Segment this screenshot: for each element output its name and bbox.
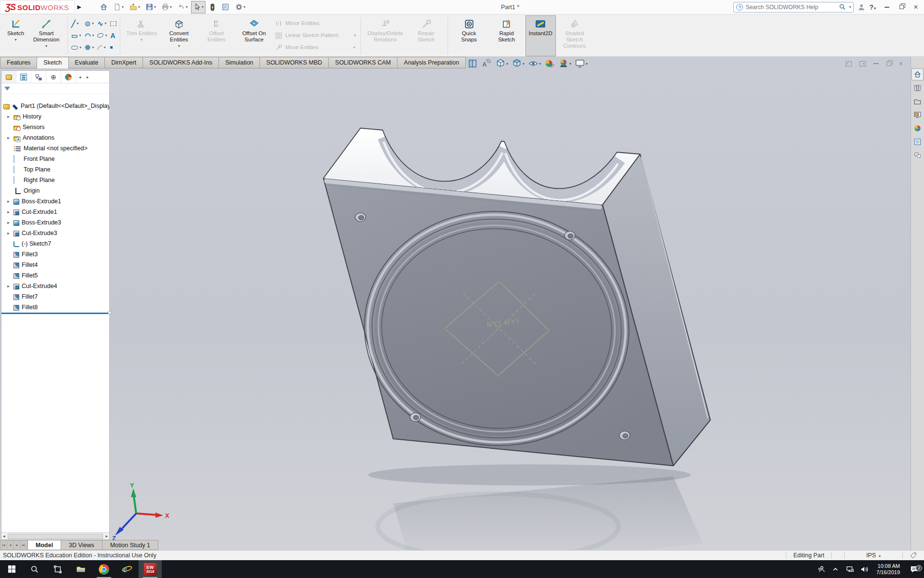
- design-library-button[interactable]: [911, 82, 924, 94]
- tree-item-fillet8[interactable]: Fillet8: [1, 302, 109, 313]
- section-view-button[interactable]: [466, 58, 479, 69]
- tab-addins[interactable]: SOLIDWORKS Add-Ins: [142, 57, 219, 68]
- rollback-bar[interactable]: [1, 313, 109, 314]
- restore-document-icon[interactable]: [886, 62, 891, 66]
- sketch-button[interactable]: Sketch ▾: [4, 15, 27, 56]
- help-search-box[interactable]: ? ▾: [733, 2, 854, 13]
- expand-arrow-icon[interactable]: ▸: [6, 284, 11, 289]
- display-manager-tab[interactable]: [61, 71, 76, 83]
- view-orientation-button[interactable]: ▾: [494, 58, 509, 69]
- convert-entities-button[interactable]: Convert Entities ▾: [160, 15, 198, 56]
- forum-button[interactable]: [911, 149, 924, 161]
- tree-horizontal-scrollbar[interactable]: ◂ ▸: [1, 532, 109, 539]
- selection-filter-button[interactable]: [207, 1, 218, 13]
- new-document-button[interactable]: ▾: [111, 1, 126, 13]
- open-button[interactable]: ▾: [127, 1, 142, 13]
- tab-evaluate[interactable]: Evaluate: [68, 57, 105, 68]
- spline-tool[interactable]: ∿▾: [96, 17, 108, 29]
- dimxpert-manager-tab[interactable]: ⊕: [46, 71, 61, 83]
- start-button[interactable]: [0, 560, 23, 578]
- text-tool[interactable]: A: [109, 29, 117, 41]
- tab-scroll-right-icon[interactable]: ▸: [84, 71, 91, 83]
- tree-item-material[interactable]: Material <not specified>: [1, 143, 109, 154]
- menu-flyout-icon[interactable]: ▶: [77, 4, 81, 10]
- tab-scroll-left-icon[interactable]: ◂: [76, 71, 84, 83]
- configuration-manager-tab[interactable]: [31, 71, 46, 83]
- restore-button[interactable]: [894, 1, 909, 13]
- sketch-fillet-tool[interactable]: ▾: [96, 41, 108, 53]
- last-tab-icon[interactable]: ▸|: [21, 540, 27, 550]
- chrome-button[interactable]: [92, 560, 116, 578]
- scroll-left-icon[interactable]: ◂: [1, 534, 7, 539]
- panel-splitter-handle[interactable]: [108, 311, 112, 315]
- tree-item-cut-extrude3[interactable]: ▸Cut-Extrude3: [1, 228, 109, 238]
- tree-item-cut-extrude4[interactable]: ▸Cut-Extrude4: [1, 281, 109, 291]
- tab-sketch[interactable]: Sketch: [37, 57, 68, 68]
- user-account-icon[interactable]: [858, 3, 865, 11]
- help-menu-button[interactable]: ?▾: [869, 3, 876, 11]
- tree-filter-bar[interactable]: [1, 83, 109, 94]
- expand-arrow-icon[interactable]: ▸: [6, 199, 11, 204]
- tree-item-history[interactable]: ▸History: [1, 111, 109, 122]
- solidworks-taskbar-button[interactable]: SW2018: [139, 560, 162, 578]
- first-tab-icon[interactable]: |◂: [0, 540, 7, 550]
- edit-appearance-button[interactable]: [543, 58, 556, 69]
- file-explorer-button[interactable]: [911, 95, 924, 107]
- tab-dimxpert[interactable]: DimXpert: [104, 57, 143, 68]
- close-document-icon[interactable]: ×: [899, 60, 903, 67]
- featuremanager-tree-tab[interactable]: [1, 71, 16, 83]
- tree-item-front-plane[interactable]: Front Plane: [1, 154, 109, 164]
- tab-analysis-preparation[interactable]: Analysis Preparation: [397, 57, 466, 68]
- tab-mbd[interactable]: SOLIDWORKS MBD: [259, 57, 329, 68]
- minimize-button[interactable]: [880, 1, 894, 13]
- appearances-scenes-button[interactable]: [911, 122, 924, 134]
- offset-on-surface-button[interactable]: Offset On Surface: [235, 15, 273, 56]
- taskbar-search-button[interactable]: [23, 560, 46, 578]
- tree-item-cut-extrude1[interactable]: ▸Cut-Extrude1: [1, 207, 109, 217]
- instant2d-button[interactable]: Instant2D: [526, 15, 556, 56]
- tree-item-boss-extrude1[interactable]: ▸Boss-Extrude1: [1, 196, 109, 207]
- tab-3d-views[interactable]: 3D Views: [61, 540, 103, 550]
- undo-button[interactable]: ▾: [175, 1, 190, 13]
- tree-item-sketch7[interactable]: (-) Sketch7: [1, 238, 109, 249]
- line-tool[interactable]: ╱▾: [70, 17, 82, 29]
- minimize-document-icon[interactable]: [873, 63, 879, 64]
- expand-arrow-icon[interactable]: ▸: [6, 114, 11, 119]
- slot-tool[interactable]: ▾: [70, 41, 82, 53]
- circle-tool[interactable]: ⊙▾: [84, 17, 95, 29]
- arc-tool[interactable]: ◠▾: [84, 29, 95, 41]
- action-center-button[interactable]: 2: [905, 565, 924, 574]
- select-tool-button[interactable]: ▾: [191, 1, 205, 13]
- expand-arrow-icon[interactable]: ▸: [6, 220, 11, 225]
- expand-arrow-icon[interactable]: ▸: [6, 231, 11, 236]
- graphics-area[interactable]: NYI NYI X Y Z A ▾ ▾: [0, 57, 911, 550]
- display-style-button[interactable]: ▾: [511, 58, 526, 69]
- property-manager-tab[interactable]: [16, 71, 31, 83]
- tree-item-origin[interactable]: Origin: [1, 185, 109, 196]
- show-hidden-icons-chevron[interactable]: [828, 560, 843, 578]
- close-button[interactable]: ×: [909, 1, 923, 13]
- options-button[interactable]: ▾: [233, 1, 247, 13]
- tab-cam[interactable]: SOLIDWORKS CAM: [328, 57, 398, 68]
- search-dropdown-icon[interactable]: ▾: [849, 5, 851, 9]
- tab-simulation[interactable]: Simulation: [218, 57, 260, 68]
- smart-dimension-button[interactable]: Smart Dimension ▾: [27, 15, 65, 56]
- hide-show-annotations-button[interactable]: A: [480, 58, 493, 69]
- tab-model[interactable]: Model: [27, 540, 61, 550]
- tree-item-top-plane[interactable]: Top Plane: [1, 164, 109, 175]
- ellipse-tool[interactable]: ▾: [96, 29, 108, 41]
- polygon-tool[interactable]: ▾: [84, 41, 95, 53]
- tree-item-boss-extrude3[interactable]: ▸Boss-Extrude3: [1, 217, 109, 228]
- rapid-sketch-button[interactable]: Rapid Sketch: [488, 15, 526, 56]
- custom-properties-button[interactable]: [911, 136, 924, 148]
- tree-item-fillet7[interactable]: Fillet7: [1, 291, 109, 302]
- tree-item-root[interactable]: Part1 (Default<<Default>_Display: [1, 101, 109, 111]
- view-palette-button[interactable]: [911, 109, 924, 121]
- volume-icon[interactable]: [857, 560, 872, 578]
- collapse-left-pane-icon[interactable]: ◂: [846, 61, 852, 66]
- expand-arrow-icon[interactable]: ▸: [6, 135, 11, 140]
- scroll-right-icon[interactable]: ▸: [104, 534, 109, 539]
- tab-features[interactable]: Features: [0, 57, 37, 68]
- tree-item-annotations[interactable]: ▸Annotations: [1, 132, 109, 143]
- trim-box-tool[interactable]: [109, 17, 117, 29]
